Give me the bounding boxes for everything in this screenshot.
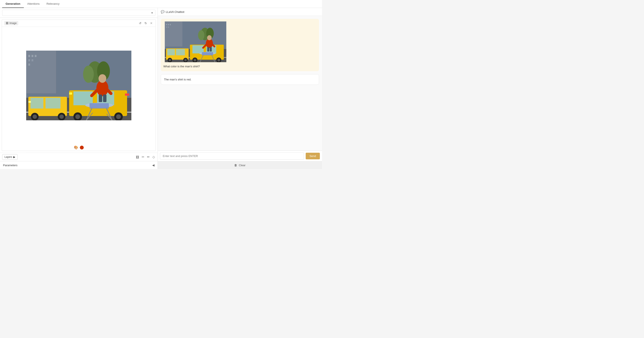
svg-point-59 (168, 59, 171, 61)
chat-title: LLaVA Chatbot (166, 10, 184, 13)
chat-icon: 💬 (161, 10, 164, 13)
svg-rect-16 (46, 98, 60, 108)
redo-button[interactable]: ↻ (144, 21, 148, 25)
close-image-button[interactable]: ✕ (149, 21, 154, 25)
svg-point-74 (207, 35, 212, 40)
svg-rect-45 (166, 24, 167, 25)
svg-rect-48 (166, 26, 167, 28)
svg-rect-47 (170, 24, 171, 25)
svg-rect-1 (26, 51, 56, 93)
image-section: 🖼 Image ↺ ↻ ✕ (2, 19, 156, 151)
svg-rect-42 (103, 95, 106, 102)
svg-point-52 (198, 30, 204, 40)
svg-rect-23 (74, 91, 93, 105)
main-scene-image (26, 51, 132, 120)
bottom-toolbar: Layers ▶ 🖼 ✂ ✏ ◇ (0, 153, 158, 161)
crop-icon[interactable]: ✂ (141, 155, 145, 159)
clear-button-text: Clear (239, 164, 245, 167)
svg-rect-7 (32, 59, 33, 61)
color-red-dot[interactable] (80, 146, 84, 149)
svg-point-11 (83, 66, 94, 83)
user-message-text: What color is the man's shirt? (163, 64, 316, 69)
svg-rect-56 (167, 49, 175, 55)
dropdown-wrapper: ▼ (2, 10, 156, 16)
main-content: ▼ 🖼 Image ↺ ↻ ✕ (0, 8, 322, 169)
user-message: What color is the man's shirt? (161, 19, 319, 71)
chat-header: 💬 LLaVA Chatbot (158, 8, 322, 16)
parameters-section: Parameters ◀ (0, 161, 158, 169)
image-section-header: 🖼 Image ↺ ↻ ✕ (2, 20, 156, 27)
chat-input[interactable] (160, 152, 304, 160)
svg-rect-41 (99, 95, 102, 102)
chat-messages: What color is the man's shirt? The man's… (158, 16, 322, 151)
svg-point-68 (218, 59, 220, 61)
svg-point-66 (194, 59, 196, 61)
image-label-text: Image (10, 22, 16, 25)
add-image-icon[interactable]: 🖼 (136, 155, 140, 159)
model-dropdown[interactable] (2, 10, 156, 16)
svg-rect-78 (210, 47, 212, 51)
bot-message-text: The man's shirt is red. (164, 77, 316, 82)
svg-rect-63 (192, 45, 204, 53)
trash-icon: 🗑 (234, 164, 237, 167)
eraser-icon[interactable]: ◇ (152, 155, 156, 159)
svg-point-18 (33, 114, 37, 119)
image-label: 🖼 Image (4, 21, 18, 25)
svg-point-61 (184, 59, 187, 61)
chat-scene-image (163, 21, 228, 62)
svg-rect-5 (35, 55, 36, 57)
chat-input-area: Send (158, 151, 322, 161)
svg-rect-44 (165, 21, 182, 46)
svg-rect-15 (30, 98, 43, 108)
image-canvas[interactable] (2, 27, 156, 144)
layers-label: Layers (4, 155, 12, 158)
parameters-collapse-button[interactable]: ◀ (152, 163, 154, 167)
svg-point-38 (98, 74, 106, 83)
svg-rect-30 (125, 93, 129, 96)
svg-point-20 (60, 114, 64, 119)
svg-rect-8 (28, 63, 30, 66)
svg-point-26 (75, 114, 80, 119)
bot-message: The man's shirt is red. (161, 74, 319, 85)
tab-generation[interactable]: Generation (2, 0, 24, 8)
image-controls: ↺ ↻ ✕ (138, 21, 154, 25)
svg-rect-72 (202, 52, 213, 55)
clear-bar[interactable]: 🗑 Clear (158, 161, 322, 169)
tab-attentions[interactable]: Attentions (24, 0, 43, 8)
undo-button[interactable]: ↺ (138, 21, 142, 25)
svg-rect-29 (69, 92, 72, 95)
svg-rect-57 (176, 49, 185, 55)
svg-rect-21 (28, 101, 31, 103)
tab-relevancy[interactable]: Relevancy (43, 0, 63, 8)
svg-rect-3 (28, 55, 30, 57)
svg-rect-46 (168, 24, 169, 25)
svg-point-28 (116, 114, 121, 119)
dropdown-bar: ▼ (0, 8, 158, 18)
svg-rect-49 (168, 26, 169, 28)
top-tabs: Generation Attentions Relevancy (0, 0, 322, 8)
left-panel: ▼ 🖼 Image ↺ ↻ ✕ (0, 8, 158, 169)
palette-icon[interactable]: 🎨 (74, 145, 78, 149)
svg-rect-6 (28, 59, 30, 61)
right-panel: 💬 LLaVA Chatbot (158, 8, 322, 169)
tool-icons: 🖼 ✂ ✏ ◇ (136, 155, 156, 159)
brush-icon[interactable]: ✏ (146, 155, 150, 159)
svg-rect-77 (207, 47, 209, 51)
image-icon: 🖼 (6, 22, 8, 25)
svg-rect-4 (32, 55, 33, 57)
layers-button[interactable]: Layers ▶ (2, 154, 18, 160)
color-tool-bar: 🎨 (2, 144, 156, 151)
layers-arrow-icon: ▶ (13, 155, 15, 158)
svg-rect-36 (90, 103, 109, 108)
send-button[interactable]: Send (306, 153, 320, 159)
parameters-title: Parameters (3, 164, 18, 167)
